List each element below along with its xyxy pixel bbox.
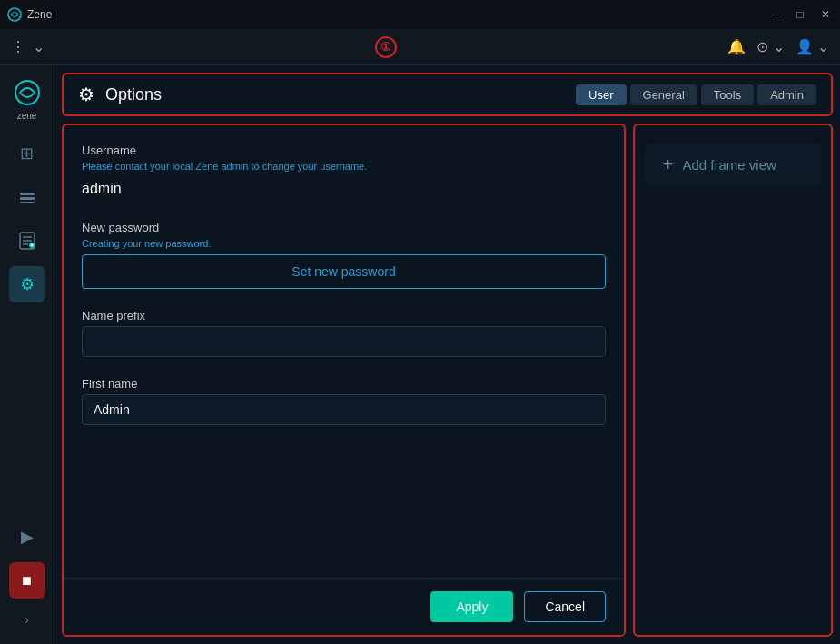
plus-icon: + [663,154,674,175]
minimize-button[interactable]: ─ [767,8,782,21]
menu-dots[interactable]: ⋮ [11,38,25,55]
username-label: Username [82,144,606,157]
right-panel: + Add frame view [633,124,833,637]
username-field: Username Please contact your local Zene … [82,144,606,201]
sidebar-item-record[interactable]: ■ [9,562,45,599]
sidebar-collapse-button[interactable]: › [9,606,45,633]
name-prefix-field: Name prefix [82,309,606,357]
add-frame-label: Add frame view [682,157,776,173]
tab-tools[interactable]: Tools [701,84,754,105]
tab-user[interactable]: User [576,84,626,105]
notes-icon [19,232,35,250]
menubar-right: 🔔 ⊙ ⌄ 👤 ⌄ [727,38,829,55]
window-controls: ─ □ ✕ [767,8,833,21]
logo-svg [14,79,41,106]
name-prefix-label: Name prefix [82,309,606,322]
main-layout: zene ⊞ ⚙ ▶ ■ › [0,65,840,644]
cancel-button[interactable]: Cancel [524,591,606,622]
username-hint: Please contact your local Zene admin to … [82,161,606,172]
zene-logo [11,76,44,109]
sidebar: zene ⊞ ⚙ ▶ ■ › [0,65,54,644]
first-name-label: First name [82,377,606,391]
name-prefix-input[interactable] [82,326,606,357]
help-icon[interactable]: ⊙ ⌄ [756,38,784,55]
password-hint: Creating your new password. [82,238,606,249]
menubar-left: ⋮ ⌄ [11,38,44,55]
layers-icon [18,188,36,206]
maximize-button[interactable]: □ [793,8,807,21]
svg-rect-4 [20,202,35,203]
menubar: ⋮ ⌄ ① 🔔 ⊙ ⌄ 👤 ⌄ [0,29,840,65]
app-title: Zene [27,8,52,21]
options-header: ⚙ Options User General Tools Admin [62,73,833,116]
form-footer: Apply Cancel [64,578,624,635]
sidebar-item-play[interactable]: ▶ [9,519,45,555]
svg-rect-2 [20,193,35,195]
tab-admin[interactable]: Admin [757,84,816,105]
sidebar-item-notes[interactable] [9,223,45,259]
password-label: New password [82,221,606,234]
apply-button[interactable]: Apply [430,591,513,622]
username-value: admin [82,177,606,201]
form-content: Username Please contact your local Zene … [64,125,624,578]
options-icon: ⚙ [78,84,94,105]
titlebar-left: Zene [7,7,52,22]
logo-group: zene [11,76,44,121]
close-button[interactable]: ✕ [818,8,833,21]
annotation-1-badge: ① [375,36,397,58]
svg-rect-3 [20,197,35,200]
sidebar-item-settings[interactable]: ⚙ [9,266,45,302]
first-name-input[interactable] [82,394,606,425]
svg-point-0 [8,8,21,21]
bell-icon[interactable]: 🔔 [727,38,746,55]
add-frame-view-button[interactable]: + Add frame view [645,144,821,186]
sidebar-item-dashboard[interactable]: ⊞ [9,135,45,172]
menu-chevron[interactable]: ⌄ [33,38,44,55]
password-field: New password Creating your new password.… [82,221,606,289]
sidebar-item-layers[interactable] [9,179,45,215]
tab-general[interactable]: General [630,84,697,105]
set-password-button[interactable]: Set new password [82,254,606,289]
content-area: ⚙ Options User General Tools Admin Usern… [54,65,840,644]
user-icon[interactable]: 👤 ⌄ [796,38,829,55]
titlebar: Zene ─ □ ✕ [0,0,840,29]
form-panel: Username Please contact your local Zene … [62,124,626,637]
first-name-field: First name [82,377,606,425]
zene-label: zene [17,111,37,121]
tab-buttons: User General Tools Admin [576,84,816,105]
panels-row: Username Please contact your local Zene … [62,124,833,637]
options-title: Options [105,85,565,104]
app-icon [7,7,22,22]
